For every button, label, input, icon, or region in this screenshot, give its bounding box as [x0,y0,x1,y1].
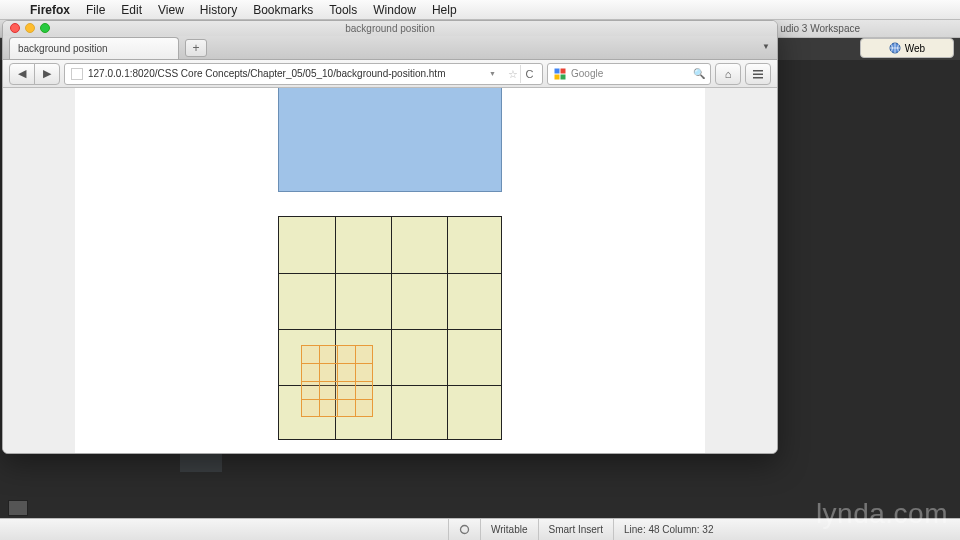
app-name[interactable]: Firefox [22,3,78,17]
search-bar[interactable]: Google 🔍 [547,63,711,85]
google-icon [554,68,566,80]
tab-title: background position [18,43,108,54]
new-tab-button[interactable]: + [185,39,207,57]
favicon-icon [71,68,83,80]
nav-toolbar: ◀ ▶ 127.0.0.1:8020/CSS Core Concepts/Cha… [3,60,777,88]
search-icon[interactable]: 🔍 [693,68,705,79]
url-bar[interactable]: 127.0.0.1:8020/CSS Core Concepts/Chapter… [64,63,543,85]
tabs-dropdown-icon[interactable]: ▼ [762,42,770,51]
menu-file[interactable]: File [78,3,113,17]
sync-icon [459,524,470,535]
home-button[interactable]: ⌂ [715,63,741,85]
svg-rect-6 [753,70,763,72]
svg-point-1 [461,526,469,534]
svg-rect-5 [561,74,566,79]
svg-rect-3 [561,68,566,73]
zoom-button[interactable] [40,23,50,33]
status-writable: Writable [480,519,538,540]
menu-history[interactable]: History [192,3,245,17]
mac-menubar: Firefox File Edit View History Bookmarks… [0,0,960,20]
minimize-button[interactable] [25,23,35,33]
status-insertmode: Smart Insert [538,519,613,540]
firefox-titlebar[interactable]: background position [3,21,777,36]
menu-bookmarks[interactable]: Bookmarks [245,3,321,17]
toolbar-menu-button[interactable] [745,63,771,85]
lynda-watermark: lynda.com [816,498,948,530]
status-icon[interactable] [448,519,480,540]
globe-icon [889,42,901,54]
close-button[interactable] [10,23,20,33]
window-title: background position [345,23,435,34]
menu-tools[interactable]: Tools [321,3,365,17]
perspective-button[interactable]: Web [860,38,954,58]
status-cursor-pos: Line: 48 Column: 32 [613,519,724,540]
back-button[interactable]: ◀ [9,63,35,85]
menu-window[interactable]: Window [365,3,424,17]
window-controls [10,23,50,33]
svg-rect-8 [753,77,763,79]
ide-title-text: udio 3 Workspace [780,20,860,38]
perspective-label: Web [905,43,925,54]
page-viewport[interactable] [3,88,777,453]
parent-box [278,88,502,192]
forward-button[interactable]: ▶ [34,63,60,85]
menu-edit[interactable]: Edit [113,3,150,17]
svg-rect-7 [753,73,763,75]
firefox-window: background position background position … [2,20,778,454]
menu-help[interactable]: Help [424,3,465,17]
tab-strip: background position + ▼ [3,36,777,60]
menu-view[interactable]: View [150,3,192,17]
tree-toolbar-button[interactable] [8,500,28,516]
reload-button[interactable]: C [520,65,538,83]
url-dropdown-icon[interactable]: ▼ [489,70,496,77]
url-text[interactable]: 127.0.0.1:8020/CSS Core Concepts/Chapter… [88,68,445,79]
svg-rect-4 [555,74,560,79]
browser-tab[interactable]: background position [9,37,179,59]
background-tile [301,345,373,417]
page-body [75,88,705,453]
search-placeholder: Google [571,68,603,79]
list-icon [752,68,764,80]
bookmark-star-icon[interactable]: ☆ [508,68,518,81]
percentage-grid [278,216,502,440]
svg-rect-2 [555,68,560,73]
reload-icon: C [526,68,534,80]
